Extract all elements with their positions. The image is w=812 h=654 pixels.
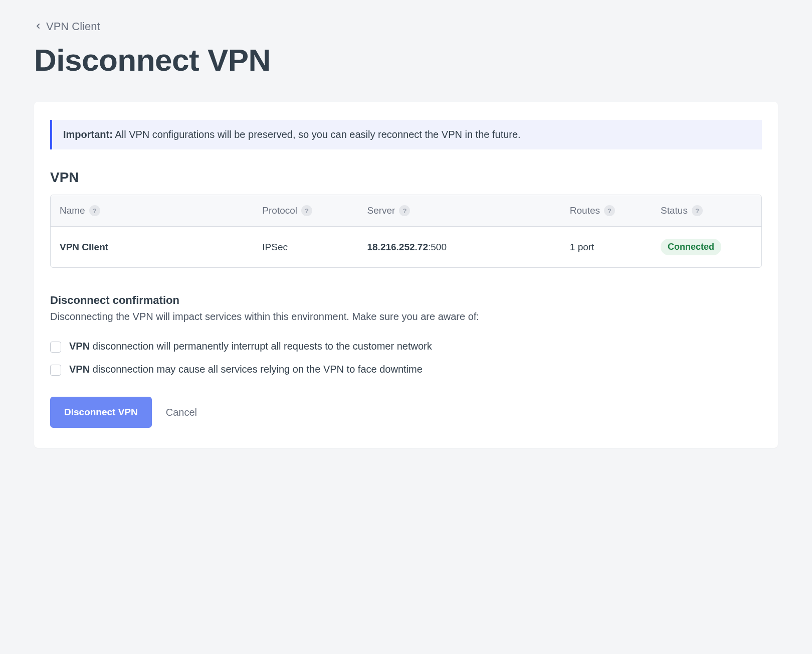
info-banner-text: All VPN configurations will be preserved… (115, 129, 520, 140)
cell-status: Connected (652, 227, 761, 267)
main-card: Important: All VPN configurations will b… (34, 102, 778, 448)
col-header-routes-label: Routes (570, 205, 600, 216)
checkbox-label-text: disconnection will permanently interrupt… (90, 341, 432, 352)
checkbox[interactable] (50, 342, 61, 353)
confirmation-item: VPN disconnection may cause all services… (50, 364, 762, 376)
vpn-section-heading: VPN (50, 170, 762, 186)
help-icon[interactable]: ? (301, 205, 312, 216)
cell-routes: 1 port (561, 227, 652, 267)
cell-server: 18.216.252.72:500 (358, 227, 560, 267)
checkbox-label-bold: VPN (69, 364, 90, 375)
info-banner-label: Important: (63, 129, 113, 140)
table-row: VPN Client IPSec 18.216.252.72:500 1 por… (51, 227, 761, 267)
disconnect-vpn-button[interactable]: Disconnect VPN (50, 397, 152, 428)
vpn-table: Name ? Protocol ? Server ? (50, 195, 762, 268)
col-header-protocol: Protocol ? (253, 195, 358, 227)
col-header-name-label: Name (60, 205, 85, 216)
checkbox-label: VPN disconnection will permanently inter… (69, 341, 432, 352)
col-header-server: Server ? (358, 195, 560, 227)
help-icon[interactable]: ? (692, 205, 703, 216)
checkbox-label-bold: VPN (69, 341, 90, 352)
checkbox-label-text: disconnection may cause all services rel… (90, 364, 423, 375)
help-icon[interactable]: ? (399, 205, 410, 216)
breadcrumb-label: VPN Client (46, 20, 100, 33)
chevron-left-icon (34, 20, 42, 33)
cell-server-ip: 18.216.252.72 (367, 242, 428, 252)
confirmation-item: VPN disconnection will permanently inter… (50, 341, 762, 353)
button-row: Disconnect VPN Cancel (50, 397, 762, 428)
info-banner: Important: All VPN configurations will b… (50, 120, 762, 149)
help-icon[interactable]: ? (89, 205, 100, 216)
col-header-protocol-label: Protocol (262, 205, 297, 216)
checkbox-label: VPN disconnection may cause all services… (69, 364, 423, 375)
cell-server-port: :500 (428, 242, 447, 252)
cell-protocol: IPSec (253, 227, 358, 267)
col-header-status-label: Status (661, 205, 688, 216)
checkbox[interactable] (50, 365, 61, 376)
col-header-status: Status ? (652, 195, 761, 227)
cancel-button[interactable]: Cancel (166, 407, 197, 418)
col-header-server-label: Server (367, 205, 395, 216)
page-title: Disconnect VPN (34, 42, 778, 78)
confirmation-text: Disconnecting the VPN will impact servic… (50, 311, 762, 322)
col-header-name: Name ? (51, 195, 253, 227)
breadcrumb-back[interactable]: VPN Client (34, 20, 100, 33)
cell-name: VPN Client (51, 227, 253, 267)
confirmation-heading: Disconnect confirmation (50, 294, 762, 307)
col-header-routes: Routes ? (561, 195, 652, 227)
help-icon[interactable]: ? (604, 205, 615, 216)
status-badge: Connected (661, 239, 721, 255)
